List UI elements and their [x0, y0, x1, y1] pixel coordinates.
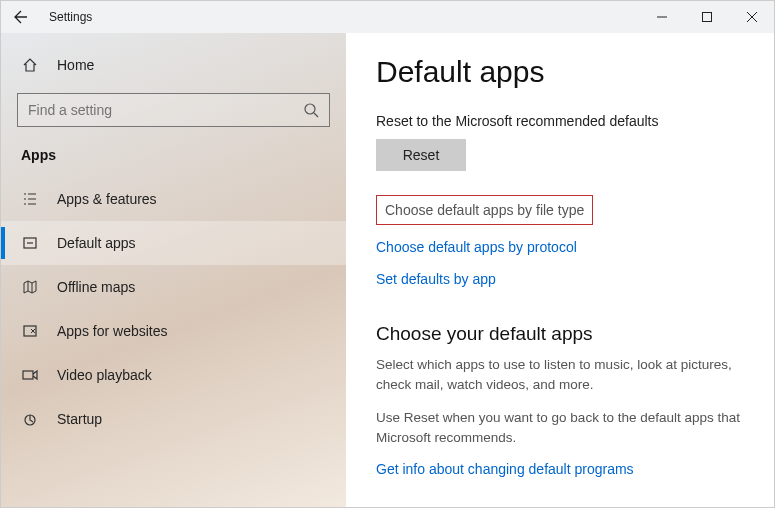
sidebar-item-label: Apps & features	[57, 191, 157, 207]
link-choose-by-filetype[interactable]: Choose default apps by file type	[376, 195, 593, 225]
sidebar-item-offline-maps[interactable]: Offline maps	[1, 265, 346, 309]
page-title: Default apps	[376, 55, 744, 89]
window-controls	[639, 1, 774, 33]
search-box[interactable]	[17, 93, 330, 127]
svg-rect-0	[702, 13, 711, 22]
link-set-defaults-by-app[interactable]: Set defaults by app	[376, 263, 744, 295]
sidebar-item-label: Video playback	[57, 367, 152, 383]
sidebar-item-label: Offline maps	[57, 279, 135, 295]
sidebar-item-video-playback[interactable]: Video playback	[1, 353, 346, 397]
arrow-left-icon	[13, 9, 29, 25]
content-area: Home Apps Apps & features Default apps	[1, 33, 774, 507]
minimize-icon	[657, 12, 667, 22]
sidebar-section-apps: Apps	[1, 141, 346, 177]
sidebar: Home Apps Apps & features Default apps	[1, 33, 346, 507]
back-button[interactable]	[1, 1, 41, 33]
video-icon	[21, 367, 39, 383]
reset-description: Reset to the Microsoft recommended defau…	[376, 113, 744, 129]
home-label: Home	[57, 57, 94, 73]
sidebar-item-label: Apps for websites	[57, 323, 168, 339]
window-title: Settings	[41, 10, 92, 24]
website-icon	[21, 323, 39, 339]
sidebar-item-startup[interactable]: Startup	[1, 397, 346, 441]
svg-rect-4	[23, 371, 33, 379]
link-get-info[interactable]: Get info about changing default programs	[376, 461, 744, 477]
links-section: Choose default apps by file type Choose …	[376, 195, 744, 295]
search-input[interactable]	[28, 102, 303, 118]
main-pane: Default apps Reset to the Microsoft reco…	[346, 33, 774, 507]
maximize-button[interactable]	[684, 1, 729, 33]
sidebar-item-default-apps[interactable]: Default apps	[1, 221, 346, 265]
sidebar-item-label: Startup	[57, 411, 102, 427]
minimize-button[interactable]	[639, 1, 684, 33]
description-para-1: Select which apps to use to listen to mu…	[376, 355, 744, 394]
close-button[interactable]	[729, 1, 774, 33]
startup-icon	[21, 411, 39, 427]
titlebar: Settings	[1, 1, 774, 33]
description-para-2: Use Reset when you want to go back to th…	[376, 408, 744, 447]
defaults-icon	[21, 235, 39, 251]
sidebar-item-apps-features[interactable]: Apps & features	[1, 177, 346, 221]
svg-point-1	[305, 104, 315, 114]
home-icon	[21, 57, 39, 73]
list-icon	[21, 191, 39, 207]
maximize-icon	[702, 12, 712, 22]
sub-heading: Choose your default apps	[376, 323, 744, 345]
search-icon	[303, 102, 319, 118]
map-icon	[21, 279, 39, 295]
link-choose-by-protocol[interactable]: Choose default apps by protocol	[376, 231, 744, 263]
sidebar-item-label: Default apps	[57, 235, 136, 251]
home-nav[interactable]: Home	[1, 45, 346, 85]
settings-window: Settings Home Apps Apps & fe	[0, 0, 775, 508]
nav-list: Apps & features Default apps Offline map…	[1, 177, 346, 441]
sidebar-item-apps-websites[interactable]: Apps for websites	[1, 309, 346, 353]
svg-rect-3	[24, 326, 36, 336]
reset-button[interactable]: Reset	[376, 139, 466, 171]
close-icon	[747, 12, 757, 22]
